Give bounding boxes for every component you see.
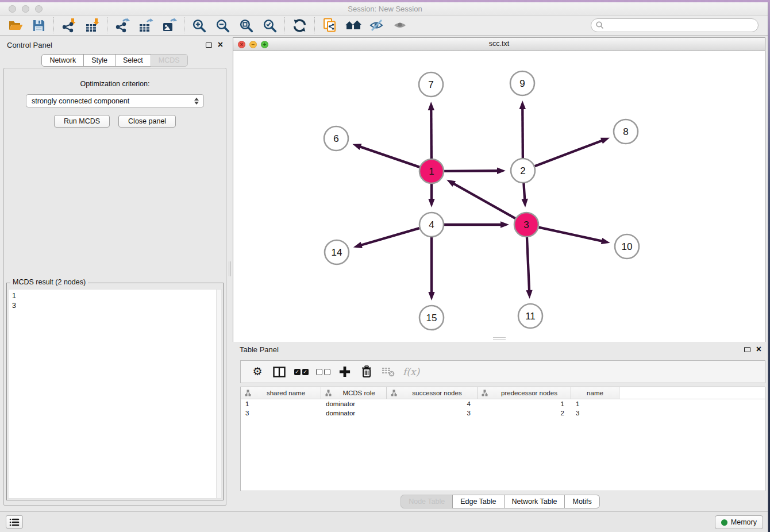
graph-edge-arrowhead [519, 101, 526, 109]
export-image-button[interactable] [157, 17, 181, 34]
hide-selected-button[interactable] [365, 17, 388, 34]
create-column-button[interactable] [337, 363, 352, 380]
svg-text:8: 8 [623, 126, 628, 137]
graph-node-2[interactable]: 2 [511, 159, 535, 183]
tab-node-table[interactable]: Node Table [401, 495, 453, 508]
graph-node-3[interactable]: 3 [514, 213, 538, 237]
apply-layout-button[interactable] [288, 17, 311, 34]
graph-node-8[interactable]: 8 [614, 119, 638, 144]
graph-node-7[interactable]: 7 [419, 72, 443, 97]
graph-edge-1-7[interactable] [431, 109, 432, 159]
houses-icon [345, 18, 362, 32]
open-session-button[interactable] [3, 17, 27, 34]
close-panel-button[interactable]: Close panel [118, 115, 176, 128]
graph-node-14[interactable]: 14 [325, 240, 349, 264]
float-panel-icon[interactable] [206, 43, 212, 48]
tab-motifs[interactable]: Motifs [564, 495, 599, 508]
toolbar-separator [53, 17, 54, 33]
cell-name[interactable]: 1 [571, 399, 619, 408]
graph-edge-2-3[interactable] [523, 183, 525, 201]
import-table-button[interactable] [80, 17, 104, 34]
mcds-result-title: MCDS result (2 nodes) [10, 278, 88, 286]
graph-edge-1-6[interactable] [359, 147, 419, 167]
delete-table-button[interactable] [381, 363, 396, 380]
graph-edge-2-8[interactable] [535, 140, 603, 166]
table-settings-button[interactable]: ⚙ [250, 363, 265, 380]
column-header-MCDS-role[interactable]: MCDS role [321, 387, 387, 399]
cell-successor-nodes[interactable]: 4 [387, 399, 478, 408]
column-label: name [571, 390, 619, 396]
float-table-panel-icon[interactable] [744, 347, 750, 352]
graph-node-4[interactable]: 4 [419, 213, 444, 237]
column-header-name[interactable]: name [571, 387, 619, 399]
desktop-wallpaper-sliver-top [0, 0, 770, 2]
cell-name[interactable]: 3 [571, 408, 619, 418]
search-input[interactable] [591, 18, 759, 32]
zoom-in-button[interactable] [187, 17, 211, 34]
memory-button[interactable]: Memory [715, 515, 763, 529]
criterion-select[interactable]: strongly connected component [26, 94, 204, 107]
export-network-icon [115, 18, 130, 33]
graph-node-9[interactable]: 9 [510, 71, 534, 95]
cell-predecessor-nodes[interactable]: 1 [478, 399, 571, 408]
close-table-panel-icon[interactable]: × [756, 345, 761, 353]
graph-edge-3-1[interactable] [453, 183, 515, 219]
result-scrollbar[interactable] [216, 290, 221, 498]
network-view-window: × − + scc.txt 1234678910111415 [233, 37, 765, 342]
graph-edge-1-2[interactable] [444, 171, 499, 171]
graph-node-10[interactable]: 10 [615, 234, 639, 259]
column-header-shared-name[interactable]: shared name [241, 387, 321, 399]
show-hidden-button[interactable] [388, 17, 412, 34]
graph-node-11[interactable]: 11 [518, 304, 542, 328]
graph-node-1[interactable]: 1 [419, 159, 444, 183]
column-label: shared name [251, 390, 321, 396]
tab-select[interactable]: Select [115, 54, 151, 67]
tab-style[interactable]: Style [83, 54, 116, 67]
mcds-result-area[interactable]: 1 3 [8, 289, 222, 499]
graph-edge-3-10[interactable] [538, 228, 603, 241]
graph-node-15[interactable]: 15 [419, 306, 444, 330]
delete-column-button[interactable] [359, 363, 374, 380]
cell-successor-nodes[interactable]: 3 [387, 408, 478, 418]
duplicate-network-button[interactable] [318, 17, 341, 34]
graph-edge-2-9[interactable] [522, 107, 523, 158]
function-builder-button[interactable]: f(x) [403, 363, 419, 380]
close-panel-icon[interactable]: × [218, 41, 223, 49]
column-header-successor-nodes[interactable]: successor nodes [387, 387, 478, 399]
export-table-button[interactable] [134, 17, 157, 34]
tab-mcds[interactable]: MCDS [151, 54, 188, 67]
cell-shared-name[interactable]: 3 [241, 408, 321, 418]
tab-edge-table[interactable]: Edge Table [452, 495, 504, 508]
run-mcds-button[interactable]: Run MCDS [54, 115, 110, 128]
tab-network[interactable]: Network [41, 54, 84, 67]
graph-edge-4-14[interactable] [360, 228, 419, 245]
search-box [591, 18, 759, 32]
network-canvas[interactable]: 1234678910111415 [233, 51, 765, 342]
table-row-1[interactable]: 3dominator323 [241, 408, 765, 418]
task-history-button[interactable] [6, 515, 23, 529]
cell-predecessor-nodes[interactable]: 2 [478, 408, 571, 418]
zoom-selected-button[interactable] [258, 17, 282, 34]
horizontal-split-handle[interactable] [493, 337, 506, 340]
export-network-button[interactable] [110, 17, 134, 34]
graph-node-6[interactable]: 6 [324, 126, 348, 151]
cell-shared-name[interactable]: 1 [241, 399, 321, 408]
toolbar-separator [284, 17, 285, 33]
network-window-titlebar[interactable]: × − + scc.txt [233, 38, 765, 51]
import-network-button[interactable] [57, 17, 80, 34]
graph-edge-3-11[interactable] [527, 237, 529, 292]
zoom-fit-button[interactable] [234, 17, 258, 34]
vertical-split-handle[interactable] [229, 261, 232, 276]
save-session-button[interactable] [27, 17, 51, 34]
select-all-columns-button[interactable]: ✓ ✓ [294, 363, 309, 380]
show-column-panel-button[interactable] [272, 363, 287, 380]
column-header-predecessor-nodes[interactable]: predecessor nodes [478, 387, 571, 399]
zoom-out-button[interactable] [211, 17, 234, 34]
unselect-all-columns-button[interactable] [315, 363, 330, 380]
cell-MCDS-role[interactable]: dominator [321, 408, 387, 418]
tab-network-table[interactable]: Network Table [504, 495, 565, 508]
svg-text:2: 2 [520, 165, 525, 176]
show-all-networks-button[interactable] [341, 17, 365, 34]
table-row-0[interactable]: 1dominator411 [241, 399, 765, 408]
cell-MCDS-role[interactable]: dominator [321, 399, 387, 408]
